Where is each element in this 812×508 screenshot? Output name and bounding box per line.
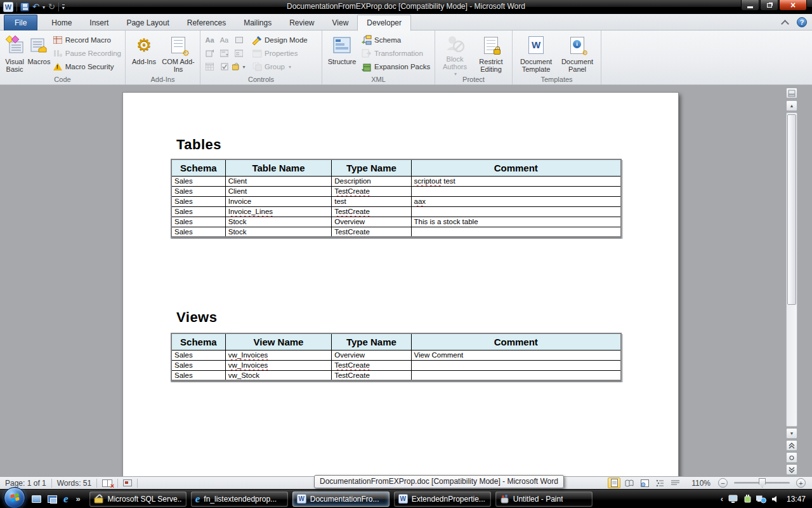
table-header-row: SchemaView NameType NameComment (171, 333, 621, 350)
minimize-ribbon-icon[interactable] (780, 20, 789, 25)
rich-text-control-icon: Aa (202, 34, 217, 47)
tab-mailings[interactable]: Mailings (235, 15, 280, 30)
macro-recording-icon[interactable] (123, 479, 132, 486)
start-button[interactable] (4, 487, 25, 508)
document-panel-button[interactable]: i⚙ Document Panel (558, 32, 597, 74)
taskbar-button-fn-listextendedprop[interactable]: efn_listextendedprop... (191, 491, 288, 507)
macro-security-button[interactable]: Macro Security (51, 60, 123, 74)
previous-page-button[interactable] (786, 440, 797, 451)
structure-button[interactable]: Structure (324, 32, 360, 74)
ribbon: Visual Basic Macros Record Macro (0, 30, 812, 85)
zoom-in-button[interactable]: + (796, 478, 806, 488)
proofing-errors-icon[interactable] (102, 479, 112, 487)
tab-references[interactable]: References (178, 15, 235, 30)
group-label: Group (265, 63, 285, 70)
volume-icon[interactable] (771, 495, 779, 503)
scroll-up-button[interactable]: ▲ (786, 100, 797, 111)
design-mode-button[interactable]: Design Mode (250, 34, 310, 47)
undo-button[interactable]: ↶ (32, 3, 39, 11)
taskbar-button-untitled-paint[interactable]: Untitled - Paint (495, 491, 593, 507)
next-page-button[interactable] (786, 464, 797, 475)
misspelled-text: Invoice_Lines (228, 208, 273, 215)
add-ins-button[interactable]: ⚙ Add-Ins (128, 32, 160, 74)
help-button[interactable]: ? (797, 17, 807, 27)
text-run: View Comment (414, 351, 464, 359)
record-macro-button[interactable]: Record Macro (51, 34, 123, 47)
switch-windows-icon[interactable] (48, 495, 57, 503)
expansion-packs-button[interactable]: Expansion Packs (360, 60, 432, 74)
restore-button[interactable] (760, 0, 778, 11)
ruler-toggle-button[interactable] (786, 88, 797, 98)
tab-developer[interactable]: Developer (357, 15, 411, 31)
word-count[interactable]: Words: 51 (52, 479, 96, 488)
scrollbar-track[interactable] (786, 112, 797, 427)
taskbar-button-extendednpropertie[interactable]: WExtendednPropertie... (394, 491, 491, 507)
zoom-slider-thumb[interactable] (759, 478, 766, 488)
power-plug-icon[interactable] (744, 495, 751, 504)
scroll-down-button[interactable]: ▼ (786, 428, 797, 439)
table-cell: aax (411, 196, 621, 206)
text-run: Sales (174, 361, 193, 369)
text-run: Sales (174, 371, 193, 379)
visual-basic-label: Visual Basic (2, 58, 27, 73)
customize-qat-button[interactable]: ▾ (62, 4, 65, 11)
full-screen-reading-view-button[interactable] (623, 478, 636, 488)
schema-button[interactable]: + Schema (360, 34, 432, 47)
zoom-out-button[interactable]: − (718, 478, 728, 488)
table-row: SalesClientDescriptionscriptout test (171, 176, 621, 186)
tab-page-layout[interactable]: Page Layout (117, 15, 178, 30)
zoom-slider-track[interactable] (734, 482, 790, 484)
draft-view-button[interactable] (669, 478, 681, 488)
block-authors-icon (445, 34, 465, 54)
tab-review[interactable]: Review (280, 15, 323, 30)
ribbon-group-controls: Aa Aa ▾ Design Mode (200, 30, 322, 84)
tray-collapse-icon[interactable]: ‹ (721, 494, 723, 504)
misspelled-text: scriptout (414, 177, 442, 185)
zoom-level[interactable]: 110% (691, 479, 710, 488)
presentation-display-icon[interactable] (728, 495, 739, 504)
scrollbar-thumb[interactable] (787, 114, 796, 305)
ribbon-group-addins: ⚙ Add-Ins ⚙ COM Add-Ins Add-Ins (126, 30, 200, 84)
taskbar-button-documentationfro[interactable]: WDocumentationFro... (292, 491, 390, 507)
web-layout-view-button[interactable] (638, 478, 651, 488)
column-header-schema: Schema (171, 333, 225, 350)
save-button[interactable] (20, 3, 29, 11)
print-layout-view-button[interactable] (608, 478, 620, 488)
tab-view[interactable]: View (324, 15, 358, 30)
select-browse-object-button[interactable] (786, 452, 797, 463)
table-cell: Overview (332, 350, 411, 360)
network-icon[interactable] (756, 495, 766, 504)
internet-explorer-icon[interactable]: e (63, 494, 69, 504)
table-row: SalesClientTestCreate (171, 186, 621, 196)
legacy-tools-icon[interactable]: ▾ (232, 60, 246, 74)
quick-launch-overflow-icon[interactable]: » (76, 494, 81, 504)
macros-button[interactable]: Macros (27, 32, 51, 74)
table-row: Salesvw_InvoicesTestCreate (171, 360, 621, 370)
minimize-button[interactable] (741, 0, 759, 11)
undo-dropdown-icon[interactable]: ▾ (43, 4, 45, 10)
paint-icon (500, 494, 509, 504)
restrict-editing-button[interactable]: Restrict Editing (473, 32, 509, 74)
word-app-icon[interactable]: W (3, 2, 13, 12)
separator (96, 479, 97, 488)
show-desktop-icon[interactable] (32, 495, 41, 503)
column-header-type-name: Type Name (332, 159, 411, 176)
page-indicator[interactable]: Page: 1 of 1 (0, 479, 51, 488)
com-add-ins-button[interactable]: ⚙ COM Add-Ins (160, 32, 196, 74)
document-template-button[interactable]: W Document Template (514, 32, 558, 74)
outline-view-button[interactable] (653, 478, 666, 488)
group-label-code: Code (0, 76, 125, 83)
tab-home[interactable]: Home (43, 15, 81, 30)
document-page[interactable]: Tables SchemaTable NameType NameComment … (122, 92, 679, 476)
taskbar-button-microsoft-sql-serve[interactable]: Microsoft SQL Serve... (89, 491, 187, 507)
clock[interactable]: 13:47 (787, 495, 806, 504)
document-panel-label: Document Panel (558, 58, 597, 73)
macros-label: Macros (27, 58, 50, 65)
separator (16, 3, 17, 11)
table-cell: Sales (171, 206, 225, 217)
ribbon-group-code: Visual Basic Macros Record Macro (0, 30, 126, 84)
close-button[interactable]: × (779, 0, 807, 11)
tab-insert[interactable]: Insert (81, 15, 117, 30)
tab-file[interactable]: File (4, 15, 37, 30)
visual-basic-button[interactable]: Visual Basic (2, 32, 27, 74)
